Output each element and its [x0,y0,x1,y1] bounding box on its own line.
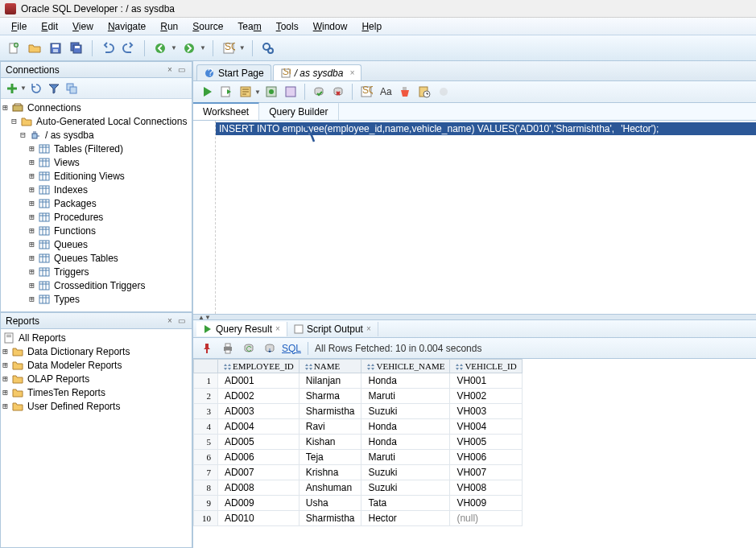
unshared-worksheet-button[interactable]: SQL [357,83,375,101]
menu-file[interactable]: File [5,19,33,34]
query-result-tab[interactable]: Query Result× [196,322,287,336]
tree-node[interactable]: ⊞Triggers [1,265,192,278]
tree-node[interactable]: ⊞Indexes [1,183,192,196]
run-statement-button[interactable] [198,83,216,101]
explain-dropdown[interactable]: ▼ [254,89,261,96]
cell[interactable]: AD006 [218,450,300,465]
new-button[interactable] [5,39,23,57]
tab-sysdba[interactable]: SQL/ as sysdba× [273,64,362,80]
print-button[interactable] [219,340,237,357]
cell[interactable]: Tata [361,496,450,511]
cell[interactable]: Usha [299,496,361,511]
save-button[interactable] [47,39,64,57]
horizontal-splitter[interactable]: ▲▼ [193,314,756,320]
refresh-result-button[interactable] [240,340,258,357]
menu-navigate[interactable]: Navigate [101,19,152,34]
refetch-button[interactable] [261,340,279,357]
cell[interactable]: (null) [450,511,522,526]
table-row[interactable]: 3AD003SharmisthaSuzukiVH003 [194,404,523,419]
close-icon[interactable]: × [366,324,371,333]
cell[interactable]: Maruti [361,450,450,465]
tree-root-connections[interactable]: ⊞Connections [1,101,192,114]
close-icon[interactable]: × [164,64,176,76]
tree-node[interactable]: ⊞Queues [1,237,192,251]
run-script-button[interactable] [217,83,235,101]
cell[interactable]: Ravi [299,419,361,435]
reports-tree[interactable]: All Reports ⊞Data Dictionary Reports⊞Dat… [1,329,192,547]
commit-button[interactable] [310,83,328,101]
table-row[interactable]: 1AD001NilanjanHondaVH001 [194,373,523,389]
cell[interactable]: Sharmistha [299,404,361,419]
tree-node[interactable]: ⊞Types [1,292,192,306]
tree-node[interactable]: ⊞Tables (Filtered) [1,142,192,155]
tree-report-item[interactable]: ⊞OLAP Reports [1,372,192,385]
sql-worksheet-button[interactable]: SQL [220,39,238,57]
autotrace-button[interactable] [262,83,280,101]
pin-button[interactable] [198,340,216,357]
column-header[interactable]: VEHICLE_NAME [361,360,450,373]
cell[interactable]: AD005 [218,435,300,450]
cell[interactable]: Honda [361,373,450,389]
cell[interactable]: Honda [361,419,450,435]
tree-connection-sysdba[interactable]: ⊟/ as sysdba [1,128,192,142]
cell[interactable]: AD009 [218,496,300,511]
column-header[interactable]: VEHICLE_ID [450,360,522,373]
cell[interactable]: Hector [361,511,450,526]
tree-node[interactable]: ⊞Editioning Views [1,169,192,183]
table-row[interactable]: 2AD002SharmaMarutiVH002 [194,389,523,404]
nav-forward-button[interactable] [180,39,198,57]
redo-button[interactable] [120,39,138,57]
cell[interactable]: Suzuki [361,465,450,480]
save-all-button[interactable] [68,39,85,57]
minimize-icon[interactable]: ▭ [176,315,187,327]
cell[interactable]: Krishna [299,465,361,480]
rollback-button[interactable] [329,83,347,101]
tree-node[interactable]: ⊞Views [1,155,192,169]
cell[interactable]: AD007 [218,465,300,480]
nav-back-dropdown[interactable]: ▼ [171,44,177,52]
script-output-tab[interactable]: Script Output× [287,322,378,336]
cell[interactable]: Suzuki [361,404,450,419]
copy-connections-button[interactable] [64,80,80,97]
connections-tree[interactable]: ⊞Connections ⊟Auto-Generated Local Conne… [1,99,192,311]
refresh-button[interactable] [28,80,44,97]
table-row[interactable]: 9AD009UshaTataVH009 [194,496,523,511]
case-button[interactable]: Aa [377,83,395,101]
tree-all-reports[interactable]: All Reports [1,331,192,344]
add-dropdown[interactable]: ▼ [20,84,27,92]
table-row[interactable]: 6AD006TejaMarutiVH006 [194,450,523,465]
menu-run[interactable]: Run [154,19,184,34]
minimize-icon[interactable]: ▭ [176,64,187,76]
cell[interactable]: VH003 [450,404,522,419]
tree-report-item[interactable]: ⊞User Defined Reports [1,399,192,413]
cell[interactable]: VH001 [450,373,522,389]
table-row[interactable]: 8AD008AnshumanSuzukiVH008 [194,480,523,496]
menu-view[interactable]: View [66,19,100,34]
cell[interactable]: Maruti [361,389,450,404]
tree-auto-generated[interactable]: ⊟Auto-Generated Local Connections [1,114,192,128]
menu-window[interactable]: Window [307,19,354,34]
column-header[interactable]: NAME [299,360,361,373]
cell[interactable]: Sharma [299,389,361,404]
clear-button[interactable] [396,83,414,101]
cell[interactable]: AD001 [218,373,300,389]
dims-button[interactable] [435,83,452,101]
menu-source[interactable]: Source [186,19,229,34]
cell[interactable]: AD002 [218,389,300,404]
tree-report-item[interactable]: ⊞Data Dictionary Reports [1,344,192,358]
close-tab-icon[interactable]: × [349,68,354,77]
cell[interactable]: VH004 [450,419,522,435]
cell[interactable]: Teja [299,450,361,465]
sql-tuning-button[interactable] [282,83,300,101]
tab-start-page[interactable]: ?Start Page [196,64,271,80]
cell[interactable]: Anshuman [299,480,361,496]
cell[interactable]: Kishan [299,435,361,450]
tree-report-item[interactable]: ⊞TimesTen Reports [1,385,192,399]
filter-button[interactable] [46,80,62,97]
cell[interactable]: VH009 [450,496,522,511]
cell[interactable]: AD008 [218,480,300,496]
explain-plan-button[interactable] [237,83,254,101]
table-row[interactable]: 5AD005KishanHondaVH005 [194,435,523,450]
cell[interactable]: VH006 [450,450,522,465]
result-grid[interactable]: EMPLOYEE_IDNAMEVEHICLE_NAMEVEHICLE_ID 1A… [193,359,756,548]
